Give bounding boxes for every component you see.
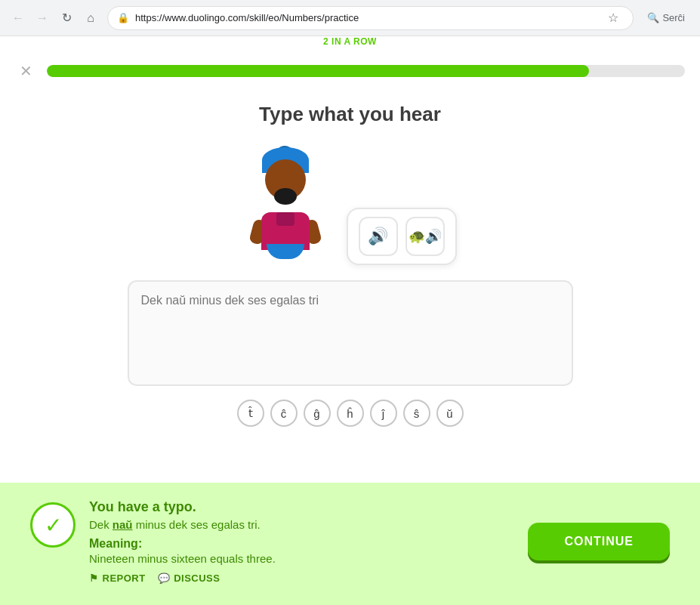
- top-bar: ✕: [0, 50, 700, 88]
- audio-normal-button[interactable]: 🔊: [359, 217, 398, 256]
- correction-after: minus dek ses egalas tri.: [133, 518, 261, 531]
- progress-bar-fill: [47, 65, 589, 77]
- result-correction: Dek naŭ minus dek ses egalas tri.: [89, 518, 276, 531]
- forward-button[interactable]: →: [32, 8, 53, 29]
- refresh-button[interactable]: ↻: [56, 8, 77, 29]
- report-label: REPORT: [103, 573, 146, 584]
- special-char-t[interactable]: t̂: [237, 400, 264, 427]
- home-button[interactable]: ⌂: [80, 8, 101, 29]
- discuss-icon: 💬: [158, 573, 171, 584]
- lock-icon: 🔒: [117, 12, 129, 23]
- continue-button[interactable]: CONTINUE: [528, 523, 670, 560]
- discuss-button[interactable]: 💬 DISCUSS: [158, 573, 220, 584]
- answer-input[interactable]: [128, 280, 573, 386]
- special-char-g[interactable]: ĝ: [304, 400, 331, 427]
- audio-slow-button[interactable]: 🐢🔊: [406, 217, 445, 256]
- question-title: Type what you hear: [259, 103, 441, 126]
- result-heading: You have a typo.: [89, 499, 276, 515]
- result-actions: ⚑ REPORT 💬 DISCUSS: [89, 573, 276, 584]
- search-icon: 🔍: [647, 12, 659, 23]
- streak-badge: 2 IN A ROW: [0, 36, 700, 47]
- bookmark-button[interactable]: ☆: [603, 8, 624, 29]
- search-button[interactable]: 🔍 Serĉi: [640, 9, 692, 26]
- report-icon: ⚑: [89, 573, 99, 584]
- audio-normal-icon: 🔊: [368, 227, 388, 246]
- special-char-h[interactable]: ĥ: [337, 400, 364, 427]
- special-char-j[interactable]: ĵ: [370, 400, 397, 427]
- character-figure: [244, 144, 327, 261]
- character-audio-row: 🔊 🐢🔊: [244, 144, 457, 265]
- discuss-label: DISCUSS: [174, 573, 220, 584]
- special-char-u[interactable]: ŭ: [436, 400, 464, 427]
- search-label: Serĉi: [662, 12, 685, 23]
- result-text: You have a typo. Dek naŭ minus dek ses e…: [89, 499, 276, 584]
- audio-buttons-panel: 🔊 🐢🔊: [347, 208, 457, 265]
- continue-label: CONTINUE: [564, 535, 634, 548]
- beard: [274, 188, 297, 205]
- special-char-s[interactable]: ŝ: [403, 400, 430, 427]
- result-left: ✓ You have a typo. Dek naŭ minus dek ses…: [30, 499, 276, 584]
- address-bar[interactable]: 🔒 ☆: [107, 6, 634, 30]
- report-button[interactable]: ⚑ REPORT: [89, 573, 146, 584]
- audio-slow-icon: 🐢🔊: [409, 228, 442, 245]
- special-chars-row: t̂ ĉ ĝ ĥ ĵ ŝ ŭ: [237, 400, 464, 427]
- meaning-text: Nineteen minus sixteen equals three.: [89, 552, 276, 565]
- back-button[interactable]: ←: [8, 8, 29, 29]
- collar: [276, 212, 294, 226]
- close-icon: ✕: [20, 62, 32, 80]
- close-button[interactable]: ✕: [15, 60, 36, 82]
- nav-buttons: ← → ↻ ⌂: [8, 8, 101, 29]
- result-panel: ✓ You have a typo. Dek naŭ minus dek ses…: [0, 483, 700, 605]
- correction-before: Dek: [89, 518, 113, 531]
- browser-chrome: ← → ↻ ⌂ 🔒 ☆ 🔍 Serĉi: [0, 0, 700, 36]
- checkmark-icon: ✓: [45, 513, 62, 538]
- meaning-label: Meaning:: [89, 537, 276, 551]
- correction-underlined: naŭ: [113, 518, 133, 531]
- main-content: Type what you hear: [0, 88, 700, 427]
- progress-bar-container: [47, 65, 685, 77]
- app-container: 2 IN A ROW ✕ Type what you hear: [0, 36, 700, 605]
- character-illustration: [244, 144, 335, 265]
- bowl: [267, 244, 304, 259]
- checkmark-circle: ✓: [30, 502, 76, 548]
- special-char-c[interactable]: ĉ: [270, 400, 298, 427]
- url-input[interactable]: [135, 12, 597, 23]
